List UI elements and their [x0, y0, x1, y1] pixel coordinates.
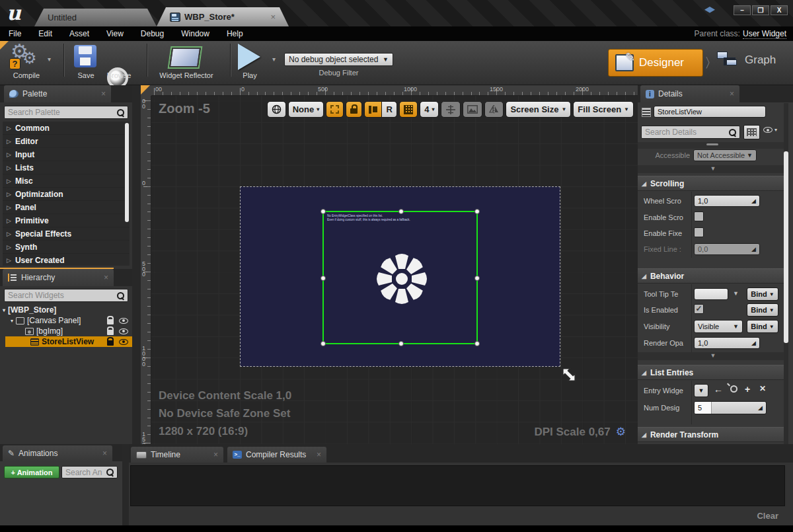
search-input[interactable] [8, 108, 117, 117]
close-icon[interactable]: × [102, 449, 107, 458]
compiler-log-area[interactable] [130, 465, 785, 506]
palette-category-panel[interactable]: ▷Panel [3, 201, 130, 214]
storelistview-selection[interactable]: No EntryWidgetClass specified on this li… [322, 211, 478, 344]
palette-category-primitive[interactable]: ▷Primitive [3, 214, 130, 227]
palette-category-synth[interactable]: ▷Synth [3, 241, 130, 254]
resize-handle-n[interactable] [398, 209, 404, 214]
parent-class-link[interactable]: User Widget [743, 29, 786, 39]
design-surface[interactable]: Zoom -5 None▾ R 4▾ [151, 96, 638, 444]
widget-name-field[interactable]: StoreListView [654, 106, 766, 118]
search-input[interactable] [8, 291, 117, 300]
is-enabled-checkbox[interactable]: ✓ [694, 304, 704, 314]
tree-row-bgimg[interactable]: [bgImg] [0, 326, 132, 336]
outline-mode-button[interactable] [364, 101, 381, 118]
graph-mode-button[interactable]: Graph [717, 52, 776, 69]
widget-reflector-button[interactable] [169, 48, 201, 67]
maximize-button[interactable]: ❐ [752, 5, 769, 15]
eye-icon[interactable] [119, 339, 128, 345]
expander-icon[interactable]: ▾ [3, 307, 5, 313]
add-entry-icon[interactable]: + [745, 384, 750, 395]
tab-compiler-results[interactable]: >_ Compiler Results × [227, 447, 326, 463]
tab-hierarchy[interactable]: Hierarchy × [3, 269, 114, 286]
document-tab-untitled[interactable]: Untitled [34, 9, 157, 26]
close-icon[interactable]: × [104, 273, 108, 282]
lock-widgets-button[interactable] [346, 101, 362, 118]
menu-debug[interactable]: Debug [132, 29, 172, 38]
fill-screen-select[interactable]: Fill Screen▼ [573, 101, 634, 118]
eye-icon[interactable] [119, 318, 128, 324]
section-render-transform[interactable]: ◢Render Transform [638, 427, 788, 442]
tooltip-text-field[interactable] [694, 288, 728, 300]
lock-icon[interactable] [107, 319, 114, 324]
visibility-bind-button[interactable]: Bind▼ [747, 320, 778, 333]
add-animation-button[interactable]: + Animation [4, 466, 59, 478]
resize-handle-w[interactable] [321, 276, 326, 281]
visibility-dropdown[interactable]: Visible▼ [694, 320, 743, 333]
menu-view[interactable]: View [98, 29, 132, 38]
close-icon[interactable]: × [730, 89, 734, 98]
menu-file[interactable]: File [0, 29, 30, 38]
palette-category-editor[interactable]: ▷Editor [3, 135, 130, 148]
hierarchy-search[interactable] [4, 289, 128, 302]
enable-scroll-checkbox[interactable] [694, 211, 704, 221]
menu-edit[interactable]: Edit [30, 29, 61, 38]
lock-icon[interactable] [107, 340, 114, 346]
grid-size-select[interactable]: 4▾ [420, 101, 439, 118]
tab-animations[interactable]: ✎ Animations × [3, 445, 112, 461]
resize-handle-se[interactable] [474, 341, 480, 346]
tab-details[interactable]: i Details × [640, 85, 739, 102]
tab-timeline[interactable]: Timeline × [131, 447, 223, 463]
tree-row-root[interactable]: ▾ [WBP_Store] [0, 305, 132, 315]
chevron-down-icon[interactable]: ▼ [733, 290, 739, 297]
is-enabled-bind-button[interactable]: Bind▼ [747, 303, 778, 317]
play-options-dropdown[interactable]: ▾ [272, 56, 276, 63]
use-selected-arrow-icon[interactable]: ← [714, 384, 723, 395]
close-icon[interactable]: × [213, 450, 218, 459]
render-opacity-field[interactable]: 1,0◢ [694, 337, 760, 349]
fixed-line-field[interactable]: 0,0◢ [694, 243, 760, 255]
menu-window[interactable]: Window [172, 29, 218, 38]
panel-splitter[interactable] [122, 444, 129, 525]
menu-asset[interactable]: Asset [61, 29, 98, 38]
view-options-button[interactable]: ▾ [763, 127, 777, 133]
designer-mode-button[interactable]: Designer [608, 49, 703, 77]
flip-preview-button[interactable] [484, 101, 504, 118]
palette-category-lists[interactable]: ▷Lists [3, 161, 130, 174]
section-scrolling[interactable]: ◢Scrolling [638, 176, 788, 191]
menu-help[interactable]: Help [218, 29, 252, 38]
num-designer-spinbox[interactable]: 5 ◢ [694, 401, 767, 414]
expander-icon[interactable]: ▾ [11, 318, 13, 324]
minimize-button[interactable]: – [734, 5, 751, 15]
document-tab-wbp-store[interactable]: WBP_Store* × [157, 7, 289, 26]
palette-category-user-created[interactable]: ▷User Created [3, 254, 130, 266]
details-search[interactable] [641, 126, 740, 139]
widget-canvas[interactable]: No EntryWidgetClass specified on this li… [240, 186, 560, 367]
close-icon[interactable]: × [101, 89, 106, 98]
advanced-expander[interactable]: ▼ [638, 352, 788, 360]
palette-category-common[interactable]: ▷Common [3, 122, 130, 135]
animation-search[interactable] [61, 466, 118, 478]
flag-preview-select[interactable]: None▾ [288, 101, 324, 118]
debug-object-select[interactable]: No debug object selected ▼ [284, 53, 393, 66]
localization-preview-button[interactable] [267, 101, 286, 118]
details-scrollbar-thumb[interactable] [784, 151, 788, 343]
tab-close-icon[interactable]: × [270, 12, 276, 22]
resize-handle-s[interactable] [398, 341, 404, 346]
resize-handle-e[interactable] [474, 276, 480, 281]
compile-button[interactable]: ⚙ ⚙ ? [11, 44, 42, 71]
tab-palette[interactable]: Palette × [4, 85, 111, 102]
compile-options-dropdown[interactable]: ▾ [48, 56, 51, 63]
close-button[interactable]: X [771, 5, 788, 15]
entry-widget-class-dropdown[interactable]: ▼ [694, 384, 708, 397]
palette-scrollbar[interactable] [125, 123, 129, 222]
transform-mode-button[interactable] [441, 101, 461, 118]
search-input[interactable] [65, 468, 106, 477]
palette-search[interactable] [4, 106, 128, 119]
respect-locks-toggle[interactable]: R [381, 101, 397, 118]
panel-splitter[interactable] [132, 85, 141, 444]
tutorial-cap-icon[interactable] [704, 7, 715, 15]
preview-background-button[interactable] [463, 101, 482, 118]
tooltip-bind-button[interactable]: Bind▼ [747, 287, 778, 301]
section-behavior[interactable]: ◢Behavior [638, 268, 788, 284]
search-input[interactable] [645, 128, 729, 137]
